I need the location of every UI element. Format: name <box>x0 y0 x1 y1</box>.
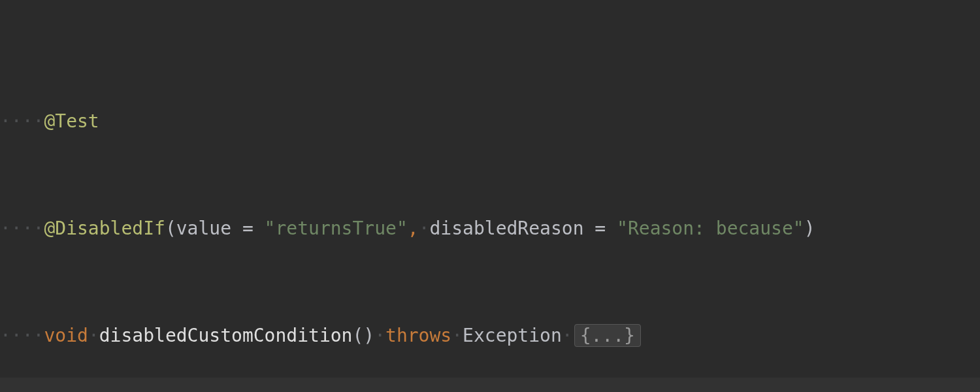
equals: = <box>231 218 265 239</box>
paren-close: ) <box>804 218 815 239</box>
whitespace-dot: · <box>88 325 99 346</box>
whitespace-dot: · <box>419 218 430 239</box>
equals: = <box>584 218 617 239</box>
method-name: disabledCustomCondition <box>99 325 353 346</box>
code-line-3[interactable]: ····void·disabledCustomCondition()·throw… <box>0 318 980 354</box>
annotation-test: @Test <box>44 110 99 132</box>
param-disabledreason: disabledReason <box>429 218 583 239</box>
class-exception: Exception <box>463 325 562 346</box>
keyword-throws: throws <box>385 325 451 346</box>
whitespace-dot: · <box>451 325 463 346</box>
status-bar <box>0 378 980 392</box>
code-line-1[interactable]: ····@Test <box>0 104 980 140</box>
string-literal: "Reason: because" <box>617 218 804 239</box>
keyword-void: void <box>44 325 88 346</box>
whitespace-dots: ···· <box>0 218 44 239</box>
parens: () <box>352 325 374 346</box>
code-fold-region[interactable]: {...} <box>574 324 641 347</box>
param-value: value <box>176 218 231 239</box>
paren-open: ( <box>165 218 176 239</box>
whitespace-dot: · <box>374 325 385 346</box>
string-literal: "returnsTrue" <box>265 218 408 239</box>
annotation-disabledif: @DisabledIf <box>44 218 165 239</box>
code-line-2[interactable]: ····@DisabledIf(value = "returnsTrue",·d… <box>0 211 980 247</box>
code-editor[interactable]: ····@Test ····@DisabledIf(value = "retur… <box>0 0 980 392</box>
whitespace-dots: ···· <box>0 325 44 346</box>
whitespace-dot: · <box>562 325 573 346</box>
comma: , <box>408 218 419 239</box>
whitespace-dots: ···· <box>0 110 44 132</box>
